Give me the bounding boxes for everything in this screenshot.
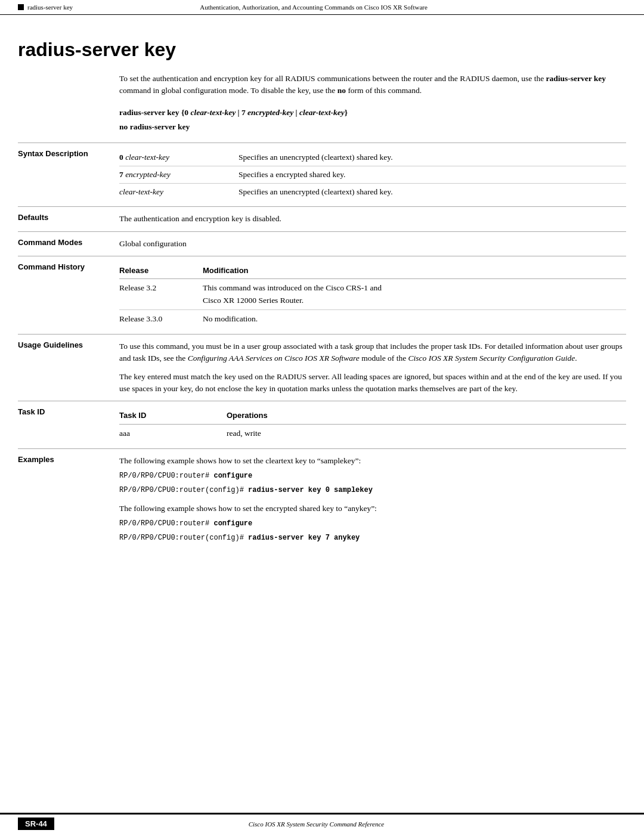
task-ops-value: read, write	[227, 424, 626, 442]
history-header-row: Release Modification	[119, 262, 626, 279]
command-history-label: Command History	[18, 256, 110, 334]
usage-guidelines-row: Usage Guidelines To use this command, yo…	[18, 335, 626, 401]
history-col-modification: Modification	[203, 262, 626, 279]
syntax-desc-2: Specifies a encrypted shared key.	[239, 166, 626, 183]
header-square-icon	[18, 4, 24, 10]
history-mod-2: No modification.	[203, 309, 626, 328]
examples-row: Examples The following example shows how…	[18, 448, 626, 553]
syntax-desc-3: Specifies an unencrypted (cleartext) sha…	[239, 184, 626, 201]
main-content: radius-server key To set the authenticat…	[0, 15, 644, 565]
example1-text: The following example shows how to set t…	[119, 455, 626, 467]
examples-content: The following example shows how to set t…	[110, 448, 626, 553]
task-col-ops: Operations	[227, 407, 626, 424]
breadcrumb-text: radius-server key	[27, 4, 73, 11]
task-header-row: Task ID Operations	[119, 407, 626, 424]
task-row-1: aaa read, write	[119, 424, 626, 442]
command-history-content: Release Modification Release 3.2 This co…	[110, 256, 626, 334]
history-mod-1: This command was introduced on the Cisco…	[203, 279, 626, 310]
task-id-row: Task ID Task ID Operations aaa r	[18, 401, 626, 449]
page-title: radius-server key	[18, 39, 626, 61]
syntax-desc-1: Specifies an unencrypted (cleartext) sha…	[239, 149, 626, 166]
syntax-description-content: 0 clear-text-key Specifies an unencrypte…	[110, 143, 626, 207]
syntax-items-table: 0 clear-text-key Specifies an unencrypte…	[119, 149, 626, 201]
example1-code2: RP/0/RP0/CPU0:router(config)# radius-ser…	[119, 485, 626, 496]
usage-guidelines-content: To use this command, you must be in a us…	[110, 335, 626, 401]
syntax-line-2: no radius-server key	[119, 122, 626, 132]
history-release-1: Release 3.2	[119, 279, 203, 310]
syntax-description-row: Syntax Description 0 clear-text-key Spec…	[18, 143, 626, 207]
example1-code1: RP/0/RP0/CPU0:router# configure	[119, 470, 626, 481]
example2-code1: RP/0/RP0/CPU0:router# configure	[119, 518, 626, 529]
sections-table: Syntax Description 0 clear-text-key Spec…	[18, 143, 626, 553]
history-col-release: Release	[119, 262, 203, 279]
history-row-2: Release 3.3.0 No modification.	[119, 309, 626, 328]
syntax-term-1: 0 clear-text-key	[119, 149, 239, 166]
history-table: Release Modification Release 3.2 This co…	[119, 262, 626, 328]
footer-reference-text: Cisco IOS XR System Security Command Ref…	[249, 820, 384, 828]
page-number-badge: SR-44	[18, 817, 54, 830]
task-col-id: Task ID	[119, 407, 227, 424]
header-title: Authentication, Authorization, and Accou…	[200, 4, 428, 11]
task-id-content: Task ID Operations aaa read, write	[110, 401, 626, 449]
command-modes-content: Global configuration	[110, 231, 626, 256]
syntax-term-3: clear-text-key	[119, 184, 239, 201]
task-table: Task ID Operations aaa read, write	[119, 407, 626, 442]
example2-text: The following example shows how to set t…	[119, 503, 626, 515]
history-row-1: Release 3.2 This command was introduced …	[119, 279, 626, 310]
command-modes-label: Command Modes	[18, 231, 110, 256]
usage-guidelines-label: Usage Guidelines	[18, 335, 110, 401]
syntax-description-label: Syntax Description	[18, 143, 110, 207]
command-history-row: Command History Release Modification Rel…	[18, 256, 626, 334]
syntax-line-1: radius-server key {0 clear-text-key | 7 …	[119, 108, 626, 117]
syntax-item-1: 0 clear-text-key Specifies an unencrypte…	[119, 149, 626, 166]
top-header: radius-server key Authentication, Author…	[0, 0, 644, 15]
task-id-label: Task ID	[18, 401, 110, 449]
syntax-term-2: 7 encrypted-key	[119, 166, 239, 183]
history-release-2: Release 3.3.0	[119, 309, 203, 328]
defaults-row: Defaults The authentication and encrypti…	[18, 207, 626, 231]
usage-para-1: To use this command, you must be in a us…	[119, 340, 626, 365]
page-wrapper: radius-server key Authentication, Author…	[0, 0, 644, 833]
intro-text: To set the authentication and encryption…	[119, 73, 626, 97]
page-footer: SR-44 Cisco IOS XR System Security Comma…	[0, 813, 644, 833]
header-left: radius-server key	[18, 4, 73, 11]
usage-para-2: The key entered must match the key used …	[119, 371, 626, 395]
example2-code2: RP/0/RP0/CPU0:router(config)# radius-ser…	[119, 532, 626, 543]
task-id-value: aaa	[119, 424, 227, 442]
command-modes-row: Command Modes Global configuration	[18, 231, 626, 256]
command-syntax: radius-server key {0 clear-text-key | 7 …	[119, 108, 626, 132]
syntax-item-2: 7 encrypted-key Specifies a encrypted sh…	[119, 166, 626, 183]
defaults-label: Defaults	[18, 207, 110, 231]
syntax-item-3: clear-text-key Specifies an unencrypted …	[119, 184, 626, 201]
examples-label: Examples	[18, 448, 110, 553]
defaults-content: The authentication and encryption key is…	[110, 207, 626, 231]
